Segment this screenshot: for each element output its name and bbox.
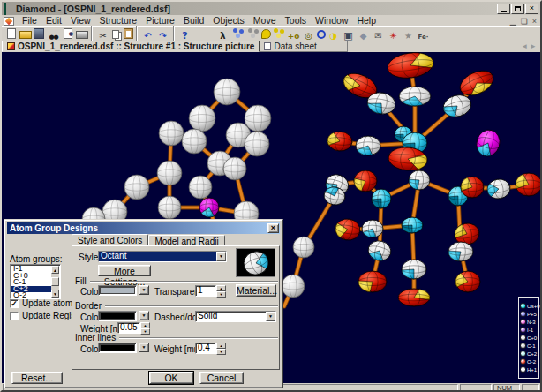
ok-button[interactable]: OK	[149, 372, 193, 384]
scroll-up-icon[interactable]: ▲	[51, 266, 59, 274]
material-button[interactable]: Material...	[236, 284, 276, 297]
mdi-restore-button[interactable]: ❏	[521, 17, 528, 26]
tab-data-sheet[interactable]: Data sheet	[260, 41, 347, 52]
style-combobox[interactable]: Octant ▼	[98, 251, 227, 262]
atom-groups-listbox[interactable]: I-1C+0C-1C+2O-2 ▲ ▼	[10, 264, 61, 299]
restore-button[interactable]	[511, 4, 524, 14]
legend-label: O-2	[527, 358, 536, 364]
inner-lines-group-label: Inner lines	[75, 333, 119, 343]
legend-label: C-1	[527, 343, 536, 348]
menu-item-window[interactable]: Window	[311, 15, 352, 26]
diamond-app-icon	[4, 4, 13, 13]
tab-model-and-radii[interactable]: Model and Radii	[148, 235, 224, 245]
document-system-icon[interactable]	[4, 17, 14, 26]
copy-icon[interactable]	[112, 30, 119, 39]
legend-atom-icon	[520, 358, 526, 365]
menu-item-view[interactable]: View	[66, 15, 95, 26]
menu-item-file[interactable]: File	[18, 15, 41, 26]
menu-item-structure[interactable]: Structure	[95, 15, 142, 26]
tab-scroll-left-icon[interactable]: ◄	[521, 42, 528, 50]
save-icon[interactable]	[34, 28, 44, 39]
fill-color-swatch[interactable]	[98, 285, 137, 296]
legend-item-c1: C-1	[520, 342, 538, 350]
tab-scroll-right-icon[interactable]: ►	[530, 42, 537, 50]
document-tab-bar: OSPNI_1_rendered.dsf :: Structure #1 : S…	[2, 41, 540, 52]
border-group-line	[103, 305, 278, 307]
inner-weight-spinner[interactable]: ▲▼	[216, 343, 226, 354]
dialog-close-icon[interactable]: ×	[267, 223, 279, 233]
legend-atom-icon	[520, 335, 526, 341]
more-settings-button[interactable]: More Settings...	[98, 265, 151, 276]
toolbar	[2, 26, 540, 41]
menu-item-edit[interactable]: Edit	[41, 15, 66, 26]
transparency-input[interactable]: 1	[195, 285, 216, 297]
window-title: Diamond - [OSPNI_1_rendered.dsf]	[16, 4, 497, 14]
legend-item-n3: N-3	[520, 318, 538, 326]
style-dropdown-icon[interactable]: ▼	[216, 252, 226, 261]
disconnect-icon[interactable]	[246, 26, 260, 39]
update-atoms-checkbox[interactable]: ✓ Update atoms	[10, 298, 77, 308]
dashed-dotted-dropdown-icon[interactable]: ▼	[266, 312, 275, 321]
menu-item-move[interactable]: Move	[249, 15, 281, 26]
inner-color-swatch[interactable]	[98, 343, 137, 353]
legend-item-p5: P+5	[520, 310, 538, 318]
atom-color-legend[interactable]: Os+0P+5N-3I-1C+0C-1C+2O-2H+1	[518, 297, 539, 379]
update-atoms-checkmark[interactable]: ✓	[10, 299, 19, 308]
menu-item-tools[interactable]: Tools	[281, 15, 312, 26]
minimize-button[interactable]	[497, 4, 510, 14]
menu-item-build[interactable]: Build	[179, 15, 208, 26]
menu-item-picture[interactable]: Picture	[141, 15, 179, 26]
legend-atom-icon	[520, 327, 526, 333]
scroll-down-icon[interactable]: ▼	[51, 290, 59, 298]
dashed-dotted-combobox[interactable]: Solid ▼	[195, 311, 276, 322]
cancel-button[interactable]: Cancel	[199, 372, 244, 384]
close-button[interactable]: ×	[525, 4, 538, 14]
legend-atom-icon	[520, 303, 526, 309]
legend-item-i1: I-1	[520, 326, 538, 334]
menu-item-objects[interactable]: Objects	[208, 15, 249, 26]
packing-icon[interactable]	[272, 26, 286, 39]
legend-atom-icon	[520, 311, 526, 317]
update-atoms-label: Update atoms	[22, 298, 77, 308]
tab-structure-picture[interactable]: OSPNI_1_rendered.dsf :: Structure #1 : S…	[2, 41, 260, 52]
mdi-close-button[interactable]: ×	[532, 17, 537, 26]
legend-label: P+5	[527, 311, 537, 316]
active-tab-label: OSPNI_1_rendered.dsf :: Structure #1 : S…	[18, 41, 254, 51]
tab-style-and-colors[interactable]: Style and Colors	[72, 234, 148, 245]
inner-weight-input[interactable]: 0.4	[195, 343, 216, 354]
legend-label: C+2	[527, 351, 537, 356]
listbox-scrollbar[interactable]: ▲ ▼	[51, 266, 59, 298]
border-weight-input[interactable]: 0.05	[117, 322, 140, 334]
menu-item-help[interactable]: Help	[352, 15, 380, 26]
update-registry-checkmark[interactable]	[10, 312, 19, 320]
molecule-icon[interactable]	[231, 26, 245, 39]
paste-icon[interactable]	[124, 28, 133, 39]
title-bar[interactable]: Diamond - [OSPNI_1_rendered.dsf] ×	[2, 2, 540, 15]
atom-groups-label: Atom groups:	[10, 254, 62, 264]
border-color-swatch[interactable]	[98, 311, 137, 321]
legend-label: Os+0	[527, 303, 540, 308]
print-preview-icon[interactable]	[64, 28, 72, 39]
inner-lines-group-line	[114, 337, 278, 339]
legend-item-o2: O-2	[520, 358, 538, 366]
status-cell-b	[522, 384, 539, 392]
transparency-spinner[interactable]: ▲▼	[216, 285, 226, 297]
new-document-icon[interactable]	[7, 28, 16, 39]
open-folder-icon[interactable]	[19, 31, 32, 39]
reset-button[interactable]: Reset...	[11, 372, 63, 384]
border-weight-spinner[interactable]: ▲▼	[140, 322, 150, 334]
fill-color-dropdown-icon[interactable]: ▼	[139, 285, 149, 295]
status-cell-a	[460, 384, 492, 392]
filter-fill-icon[interactable]	[261, 29, 271, 39]
atom-group-o-2[interactable]: O-2	[11, 292, 51, 298]
polyhedra-icon[interactable]	[317, 30, 326, 39]
border-color-dropdown-icon[interactable]: ▼	[139, 311, 149, 320]
legend-label: C+0	[527, 335, 537, 340]
print-icon[interactable]	[76, 31, 88, 39]
toolbar-separator	[173, 26, 175, 41]
dialog-title-bar[interactable]: Atom Group Designs ×	[7, 222, 280, 234]
scrollbar-thumb[interactable]	[51, 277, 59, 286]
tab-label: Data sheet	[274, 41, 316, 51]
inner-color-dropdown-icon[interactable]: ▼	[139, 343, 149, 352]
mdi-minimize-button[interactable]: ▁	[510, 17, 516, 26]
